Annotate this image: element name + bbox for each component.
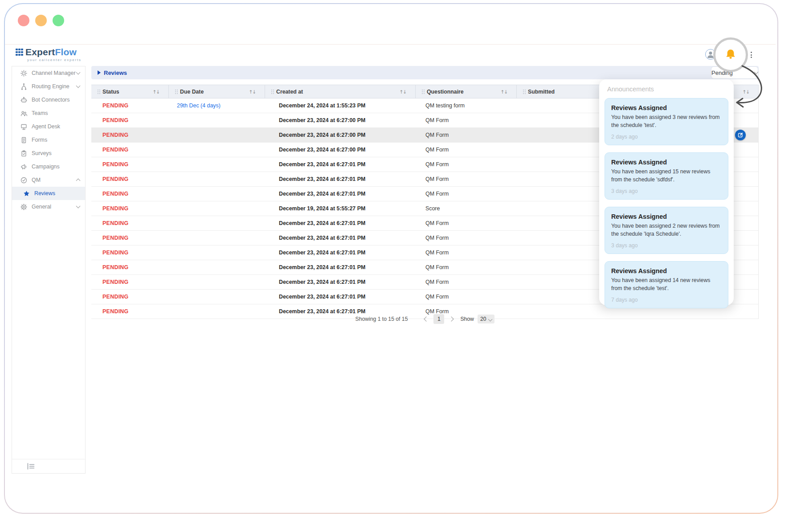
announcement-time: 7 days ago <box>611 297 722 303</box>
traffic-light-minimize[interactable] <box>35 15 47 26</box>
created-at-cell: December 23, 2024 at 6:27:01 PM <box>265 275 416 289</box>
column-header-created-at[interactable]: Created at↑↓ <box>265 85 416 98</box>
submitted-cell <box>517 246 603 260</box>
announcement-time: 3 days ago <box>611 188 722 194</box>
sidebar-item-campaigns[interactable]: Campaigns <box>12 160 85 173</box>
chevron-up-icon <box>76 179 81 183</box>
due-date-cell[interactable]: 29th Dec (4 days) <box>169 98 265 113</box>
created-at-cell: December 23, 2024 at 6:27:01 PM <box>265 231 416 245</box>
created-at-cell: December 23, 2024 at 6:27:01 PM <box>265 290 416 304</box>
due-date-cell <box>169 113 265 127</box>
chevron-down-icon <box>76 70 81 75</box>
due-date-cell <box>169 143 265 157</box>
due-date-cell <box>169 246 265 260</box>
submitted-cell <box>517 260 603 274</box>
status-cell: PENDING <box>91 98 169 113</box>
created-at-cell: December 23, 2024 at 6:27:01 PM <box>265 216 416 230</box>
submitted-cell <box>517 143 603 157</box>
qm-icon <box>20 176 27 184</box>
sidebar-item-channel-manager[interactable]: Channel Manager <box>12 66 85 80</box>
status-cell: PENDING <box>91 260 169 274</box>
created-at-cell: December 23, 2024 at 6:27:00 PM <box>265 128 416 142</box>
status-cell: PENDING <box>91 113 169 127</box>
announcement-body: You have been assigned 15 new reviews fr… <box>611 168 722 184</box>
due-date-cell <box>169 201 265 216</box>
status-cell: PENDING <box>91 290 169 304</box>
announcement-card[interactable]: Reviews AssignedYou have been assigned 1… <box>605 261 728 308</box>
status-cell: PENDING <box>91 275 169 289</box>
breadcrumb-bar: Reviews <box>91 66 759 79</box>
traffic-light-maximize[interactable] <box>53 15 64 26</box>
star-icon <box>23 190 30 197</box>
sidebar-item-teams[interactable]: Teams <box>12 106 85 120</box>
campaigns-icon <box>20 163 27 170</box>
sort-icon[interactable]: ↑↓ <box>742 89 758 94</box>
questionnaire-cell: QM Form <box>416 172 517 186</box>
sidebar-item-surveys[interactable]: Surveys <box>12 147 85 160</box>
announcement-body: You have been assigned 14 new reviews fr… <box>611 277 722 292</box>
previous-page-icon[interactable] <box>424 316 429 321</box>
sidebar-item-label: General <box>32 204 51 210</box>
submitted-cell <box>517 187 603 201</box>
edit-review-button[interactable] <box>735 130 746 140</box>
breadcrumb-arrow-icon <box>98 70 101 75</box>
questionnaire-cell: QM Form <box>416 246 517 260</box>
sidebar-item-qm[interactable]: QM <box>12 173 85 187</box>
sidebar-nav: Channel ManagerRouting EngineBot Connect… <box>12 66 85 213</box>
announcements-panel: Announcements Reviews AssignedYou have b… <box>599 79 734 305</box>
due-date-cell <box>169 157 265 172</box>
sidebar-item-forms[interactable]: Forms <box>12 133 85 147</box>
collapse-sidebar-button[interactable] <box>27 463 35 470</box>
sidebar-item-bot-connectors[interactable]: Bot Connectors <box>12 93 85 106</box>
traffic-light-close[interactable] <box>18 15 29 26</box>
column-header-status[interactable]: Status↑↓ <box>91 85 169 98</box>
notifications-bell-button[interactable] <box>724 48 737 61</box>
due-date-cell <box>169 128 265 142</box>
sidebar-item-agent-desk[interactable]: Agent Desk <box>12 120 85 133</box>
status-cell: PENDING <box>91 201 169 216</box>
questionnaire-cell: QM Form <box>416 231 517 245</box>
column-header-questionnaire[interactable]: Questionnaire↑↓ <box>416 85 517 98</box>
sidebar-item-label: Surveys <box>32 150 52 156</box>
surveys-icon <box>20 150 27 157</box>
sort-icon[interactable]: ↑↓ <box>152 89 168 94</box>
sidebar-item-label: Campaigns <box>32 164 60 170</box>
announcement-body: You have been assigned 2 new reviews fro… <box>611 222 722 238</box>
questionnaire-cell: Score <box>416 201 517 216</box>
forms-icon <box>20 136 27 143</box>
header-divider <box>5 44 776 45</box>
announcement-card[interactable]: Reviews AssignedYou have been assigned 2… <box>605 207 728 254</box>
column-label: Due Date <box>180 89 204 95</box>
show-label: Show <box>460 316 474 322</box>
page-number-button[interactable]: 1 <box>433 314 444 324</box>
created-at-cell: December 23, 2024 at 6:27:01 PM <box>265 260 416 274</box>
announcement-card[interactable]: Reviews AssignedYou have been assigned 3… <box>605 98 728 145</box>
announcement-title: Reviews Assigned <box>611 159 722 166</box>
gear-icon <box>20 203 27 210</box>
channel-manager-icon <box>20 70 27 77</box>
sort-icon[interactable]: ↑↓ <box>249 89 265 94</box>
announcement-title: Reviews Assigned <box>611 104 722 111</box>
sort-icon[interactable]: ↑↓ <box>399 89 415 94</box>
sidebar-item-routing-engine[interactable]: Routing Engine <box>12 80 85 93</box>
sidebar-item-reviews[interactable]: Reviews <box>12 187 85 200</box>
breadcrumb[interactable]: Reviews <box>98 70 127 76</box>
page-size-value: 20 <box>480 316 486 322</box>
teams-icon <box>20 110 27 117</box>
kebab-menu-button[interactable] <box>748 50 754 60</box>
submitted-cell <box>517 216 603 230</box>
sidebar-item-label: Reviews <box>34 190 55 196</box>
column-header-submitted: Submitted <box>517 85 603 98</box>
page: ExpertFlow your callcenter experts Chann… <box>0 0 809 532</box>
bell-icon <box>724 48 737 61</box>
sort-icon[interactable]: ↑↓ <box>500 89 516 94</box>
announcement-card[interactable]: Reviews AssignedYou have been assigned 1… <box>605 152 728 200</box>
page-size-select[interactable]: 20 <box>478 315 495 323</box>
questionnaire-cell: QM Form <box>416 260 517 274</box>
column-label: Created at <box>276 89 303 95</box>
column-header-due-date[interactable]: Due Date↑↓ <box>169 85 265 98</box>
sidebar-item-general[interactable]: General <box>12 200 85 213</box>
next-page-icon[interactable] <box>449 316 454 321</box>
submitted-cell <box>517 290 603 304</box>
questionnaire-cell: QM Form <box>416 113 517 127</box>
